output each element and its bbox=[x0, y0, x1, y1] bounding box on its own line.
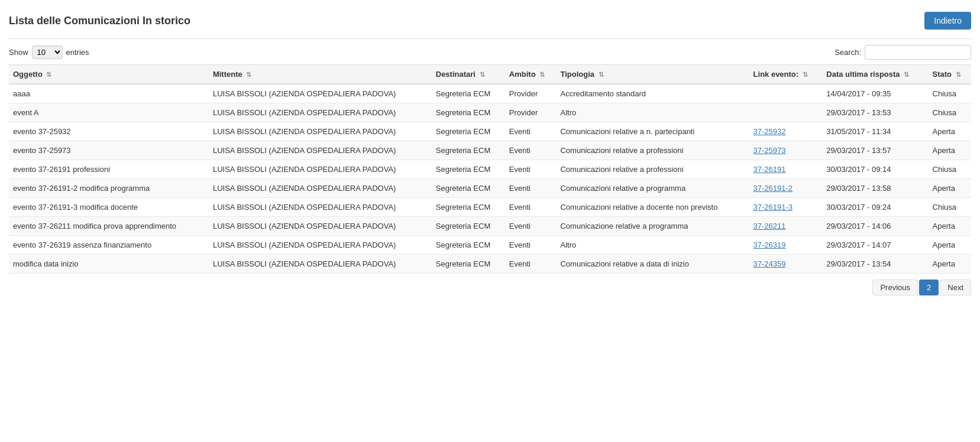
cell-stato: Aperta bbox=[929, 236, 971, 255]
col-tipologia[interactable]: Tipologia ⇅ bbox=[556, 65, 749, 84]
cell-stato: Chiusa bbox=[929, 198, 971, 217]
sort-icon-mittente: ⇅ bbox=[246, 71, 251, 79]
cell-ambito: Eventi bbox=[505, 141, 557, 160]
page-header: Lista delle Comunicazioni In storico Ind… bbox=[9, 6, 971, 39]
cell-mittente: LUISA BISSOLI (AZIENDA OSPEDALIERA PADOV… bbox=[209, 236, 432, 255]
cell-link-evento[interactable]: 37-25973 bbox=[749, 141, 823, 160]
cell-link-evento[interactable]: 37-26319 bbox=[749, 236, 823, 255]
link-evento-link[interactable]: 37-26319 bbox=[753, 240, 786, 249]
link-evento-link[interactable]: 37-26191-2 bbox=[753, 184, 793, 193]
show-label: Show bbox=[9, 48, 28, 57]
link-evento-link[interactable]: 37-26191-3 bbox=[753, 203, 793, 212]
cell-oggetto: modifica data inizio bbox=[9, 255, 209, 274]
cell-ambito: Provider bbox=[505, 84, 557, 103]
cell-oggetto: evento 37-26191-3 modifica docente bbox=[9, 198, 209, 217]
col-ambito[interactable]: Ambito ⇅ bbox=[505, 65, 557, 84]
cell-tipologia: Altro bbox=[556, 236, 749, 255]
cell-ambito: Eventi bbox=[505, 179, 557, 198]
cell-data-ultima-risposta: 29/03/2017 - 14:07 bbox=[822, 236, 928, 255]
cell-tipologia: Accreditamento standard bbox=[556, 84, 749, 103]
col-mittente[interactable]: Mittente ⇅ bbox=[209, 65, 432, 84]
previous-button[interactable]: Previous bbox=[872, 280, 918, 295]
cell-destinatari: Segreteria ECM bbox=[432, 122, 505, 141]
sort-icon-stato: ⇅ bbox=[956, 71, 961, 79]
cell-destinatari: Segreteria ECM bbox=[432, 160, 505, 179]
cell-data-ultima-risposta: 29/03/2017 - 13:53 bbox=[822, 103, 928, 122]
cell-destinatari: Segreteria ECM bbox=[432, 141, 505, 160]
show-entries: Show 10 25 50 100 entries bbox=[9, 46, 89, 59]
cell-data-ultima-risposta: 29/03/2017 - 13:58 bbox=[822, 179, 928, 198]
cell-link-evento[interactable]: 37-26191-2 bbox=[749, 179, 823, 198]
cell-tipologia: Comunicazioni relative a n. partecipanti bbox=[556, 122, 749, 141]
table-row: evento 37-25932 LUISA BISSOLI (AZIENDA O… bbox=[9, 122, 971, 141]
cell-data-ultima-risposta: 29/03/2017 - 13:54 bbox=[822, 255, 928, 274]
communications-table: Oggetto ⇅ Mittente ⇅ Destinatari ⇅ Ambit… bbox=[9, 64, 971, 274]
cell-destinatari: Segreteria ECM bbox=[432, 255, 505, 274]
col-oggetto[interactable]: Oggetto ⇅ bbox=[9, 65, 209, 84]
col-data-ultima-risposta[interactable]: Data ultima risposta ⇅ bbox=[822, 65, 928, 84]
link-evento-link[interactable]: 37-26191 bbox=[753, 165, 786, 174]
cell-destinatari: Segreteria ECM bbox=[432, 84, 505, 103]
table-row: evento 37-26211 modifica prova apprendim… bbox=[9, 217, 971, 236]
cell-data-ultima-risposta: 31/05/2017 - 11:34 bbox=[822, 122, 928, 141]
cell-oggetto: evento 37-26319 assenza finanziamento bbox=[9, 236, 209, 255]
cell-mittente: LUISA BISSOLI (AZIENDA OSPEDALIERA PADOV… bbox=[209, 198, 432, 217]
sort-icon-link-evento: ⇅ bbox=[803, 71, 808, 79]
cell-link-evento[interactable]: 37-26191 bbox=[749, 160, 823, 179]
next-button[interactable]: Next bbox=[940, 280, 971, 295]
cell-ambito: Eventi bbox=[505, 160, 557, 179]
page-2-button[interactable]: 2 bbox=[919, 280, 939, 295]
col-stato[interactable]: Stato ⇅ bbox=[929, 65, 971, 84]
entries-label: entries bbox=[66, 48, 89, 57]
cell-stato: Aperta bbox=[929, 255, 971, 274]
cell-tipologia: Comunicazioni relative a docente non pre… bbox=[556, 198, 749, 217]
link-evento-link[interactable]: 37-25932 bbox=[753, 127, 786, 136]
table-controls: Show 10 25 50 100 entries Search: bbox=[9, 45, 971, 60]
cell-stato: Chiusa bbox=[929, 160, 971, 179]
cell-data-ultima-risposta: 29/03/2017 - 14:06 bbox=[822, 217, 928, 236]
cell-oggetto: evento 37-25973 bbox=[9, 141, 209, 160]
cell-link-evento[interactable]: 37-26191-3 bbox=[749, 198, 823, 217]
cell-stato: Aperta bbox=[929, 179, 971, 198]
cell-mittente: LUISA BISSOLI (AZIENDA OSPEDALIERA PADOV… bbox=[209, 84, 432, 103]
page-title: Lista delle Comunicazioni In storico bbox=[9, 15, 190, 27]
table-header-row: Oggetto ⇅ Mittente ⇅ Destinatari ⇅ Ambit… bbox=[9, 65, 971, 84]
cell-stato: Aperta bbox=[929, 122, 971, 141]
cell-link-evento[interactable]: 37-25932 bbox=[749, 122, 823, 141]
cell-oggetto: evento 37-25932 bbox=[9, 122, 209, 141]
link-evento-link[interactable]: 37-24359 bbox=[753, 259, 786, 268]
cell-mittente: LUISA BISSOLI (AZIENDA OSPEDALIERA PADOV… bbox=[209, 122, 432, 141]
cell-stato: Aperta bbox=[929, 217, 971, 236]
cell-data-ultima-risposta: 30/03/2017 - 09:24 bbox=[822, 198, 928, 217]
cell-oggetto: evento 37-26211 modifica prova apprendim… bbox=[9, 217, 209, 236]
search-input[interactable] bbox=[865, 45, 971, 60]
cell-stato: Aperta bbox=[929, 141, 971, 160]
cell-mittente: LUISA BISSOLI (AZIENDA OSPEDALIERA PADOV… bbox=[209, 217, 432, 236]
col-link-evento[interactable]: Link evento: ⇅ bbox=[749, 65, 823, 84]
cell-mittente: LUISA BISSOLI (AZIENDA OSPEDALIERA PADOV… bbox=[209, 255, 432, 274]
search-label: Search: bbox=[835, 48, 861, 57]
col-destinatari[interactable]: Destinatari ⇅ bbox=[432, 65, 505, 84]
cell-link-evento[interactable]: 37-26211 bbox=[749, 217, 823, 236]
link-evento-link[interactable]: 37-26211 bbox=[753, 222, 786, 230]
cell-stato: Chiusa bbox=[929, 84, 971, 103]
cell-ambito: Eventi bbox=[505, 255, 557, 274]
cell-link-evento bbox=[749, 103, 823, 122]
cell-oggetto: evento 37-26191-2 modifica programma bbox=[9, 179, 209, 198]
cell-link-evento[interactable]: 37-24359 bbox=[749, 255, 823, 274]
page-container: Lista delle Comunicazioni In storico Ind… bbox=[0, 0, 980, 301]
link-evento-link[interactable]: 37-25973 bbox=[753, 146, 786, 155]
entries-select[interactable]: 10 25 50 100 bbox=[32, 46, 63, 59]
cell-mittente: LUISA BISSOLI (AZIENDA OSPEDALIERA PADOV… bbox=[209, 103, 432, 122]
sort-icon-data: ⇅ bbox=[904, 71, 909, 79]
cell-data-ultima-risposta: 29/03/2017 - 13:57 bbox=[822, 141, 928, 160]
back-button[interactable]: Indietro bbox=[924, 12, 971, 30]
cell-tipologia: Comunicazioni relative a programma bbox=[556, 179, 749, 198]
cell-data-ultima-risposta: 14/04/2017 - 09:35 bbox=[822, 84, 928, 103]
cell-destinatari: Segreteria ECM bbox=[432, 198, 505, 217]
cell-oggetto: aaaa bbox=[9, 84, 209, 103]
cell-destinatari: Segreteria ECM bbox=[432, 103, 505, 122]
table-row: evento 37-26191-2 modifica programma LUI… bbox=[9, 179, 971, 198]
cell-oggetto: event A bbox=[9, 103, 209, 122]
table-body: aaaa LUISA BISSOLI (AZIENDA OSPEDALIERA … bbox=[9, 84, 971, 274]
